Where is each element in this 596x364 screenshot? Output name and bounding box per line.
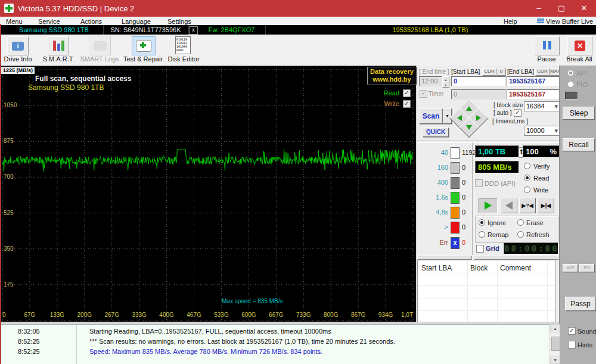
svg-text:934G: 934G (378, 312, 393, 318)
bin-400-label: 400 (416, 179, 448, 186)
left-arrow-icon (457, 115, 462, 121)
speed-display: 805 MB/s (475, 161, 519, 173)
read-checkbox[interactable] (403, 89, 411, 97)
info-bubble-icon: i (12, 42, 24, 51)
end-lba-cur-button[interactable]: CUR (535, 68, 550, 76)
bin-1-6s-block (451, 192, 460, 204)
defect-table[interactable]: Start LBA Block Comment (417, 260, 556, 323)
end-time-spinner[interactable]: 12:00 (419, 76, 445, 86)
bin-1-6s-label: 1,6s (416, 194, 448, 201)
bin-err-count: 0 (462, 239, 465, 246)
hints-label: Hints (578, 341, 592, 349)
svg-text:1050: 1050 (4, 102, 17, 108)
seek-error-button[interactable]: ▶?◀ (519, 198, 536, 213)
menu-item-view-buffer-live[interactable]: View Buffer Live (546, 18, 593, 25)
sleep-button[interactable]: Sleep (563, 107, 595, 120)
write-label: Write (533, 186, 548, 194)
start-lba-input[interactable]: 0 (451, 76, 506, 86)
svg-text:133G: 133G (50, 312, 65, 318)
hints-checkbox[interactable] (568, 341, 576, 349)
end-lba-label: [End LBA] (507, 69, 534, 75)
api-label: API (576, 70, 587, 77)
separator-bar-left (417, 256, 472, 260)
back-button[interactable] (501, 198, 517, 213)
grid-checkbox[interactable] (476, 245, 484, 253)
drive-info-button[interactable]: i (7, 36, 29, 55)
step-button[interactable]: ▶|◀ (538, 198, 554, 213)
play-button[interactable] (479, 198, 498, 213)
verify-label: Verify (533, 163, 550, 170)
scroll-down-icon[interactable]: ▼ (550, 356, 560, 364)
test-tubes-icon (52, 41, 65, 51)
auto-checkbox[interactable] (514, 109, 522, 117)
play-icon (485, 201, 492, 210)
log-scrollbar[interactable]: ▲ ▼ (550, 324, 560, 364)
erase-radio[interactable] (517, 219, 524, 226)
log-text-1: Starting Reading, LBA=0..1953525167, FUL… (89, 328, 331, 335)
ignore-radio[interactable] (479, 219, 485, 226)
menu-item-settings[interactable]: Settings (167, 18, 191, 25)
bin-160-label: 160 (416, 164, 448, 171)
smart-button[interactable] (48, 36, 69, 55)
scan-button[interactable]: Scan (419, 108, 443, 124)
end-lba-input[interactable]: 1953525167 (507, 76, 561, 86)
scroll-up-icon[interactable]: ▲ (550, 324, 560, 332)
break-all-button[interactable]: ✕ (567, 36, 592, 55)
title-bar: Victoria 5.37 HDD/SSD | Device 2 – ▢ ✕ (0, 0, 596, 17)
end-time-label: [ End time ] (419, 69, 449, 75)
device-tab-serial: SN: S649NL1T773596K (103, 25, 189, 35)
device-tab-close-icon[interactable]: x (189, 26, 198, 35)
menu-item-service[interactable]: Service (38, 18, 60, 25)
pause-button[interactable] (535, 36, 560, 55)
start-lba-cur-button[interactable]: CUR (482, 68, 496, 76)
passp-button[interactable]: Passp (565, 297, 596, 311)
bins-divider (472, 143, 474, 255)
svg-text:175: 175 (4, 281, 14, 288)
spin-down-icon[interactable]: ▼ (442, 82, 449, 88)
start-lba-zero-button[interactable]: 0 (496, 68, 506, 76)
col-comment[interactable]: Comment (500, 264, 531, 272)
remap-label: Remap (488, 231, 508, 238)
device-tab-firmware: Fw: 2B4QFXO7 (198, 25, 266, 35)
svg-text:733G: 733G (296, 312, 311, 318)
minimize-button[interactable]: – (527, 0, 550, 17)
svg-text:467G: 467G (187, 312, 201, 318)
log-text-2: *** Scan results: no warnings, no errors… (89, 338, 395, 345)
bin-160-count: 0 (462, 164, 465, 171)
timer-checkbox (420, 90, 427, 98)
remap-radio[interactable] (479, 231, 485, 238)
menu-item-actions[interactable]: Actions (80, 18, 102, 25)
quick-button[interactable]: QUICK (423, 127, 449, 137)
col-block[interactable]: Block (470, 264, 488, 272)
bin-over-label: > (416, 223, 448, 231)
timeout-select[interactable]: 10000 (524, 126, 560, 136)
disk-editor-label: Disk Editor (167, 55, 200, 63)
svg-text:875: 875 (4, 138, 14, 144)
close-button[interactable]: ✕ (573, 0, 595, 17)
disk-editor-button[interactable]: 010110 110011 101000 0001 (175, 36, 191, 54)
scroll-thumb[interactable] (551, 337, 560, 351)
sound-checkbox[interactable] (568, 327, 576, 335)
bin-160-block (451, 162, 460, 174)
verify-radio[interactable] (524, 163, 530, 169)
graph-title: Full scan, sequential access (35, 74, 131, 83)
device-tab-model[interactable]: Samsung SSD 980 1TB (5, 25, 104, 35)
start-lba-label: [Start LBA] (451, 69, 480, 75)
sound-label: Sound (578, 328, 596, 335)
write-radio[interactable] (524, 186, 530, 193)
col-start-lba[interactable]: Start LBA (421, 264, 452, 272)
menu-item-help[interactable]: Help (504, 18, 517, 25)
back-icon (505, 201, 513, 210)
test-repair-button[interactable] (132, 36, 156, 55)
view-buffer-icon (537, 18, 544, 24)
block-size-select[interactable]: 16384 (524, 101, 560, 111)
refresh-radio[interactable] (517, 231, 524, 238)
read-radio[interactable] (524, 175, 530, 181)
write-checkbox[interactable] (403, 100, 411, 108)
menu-item-menu[interactable]: Menu (6, 18, 23, 25)
menu-item-language[interactable]: Language (122, 18, 151, 25)
log-column-divider (76, 325, 77, 364)
log-time-1: 8:32:05 (18, 328, 40, 335)
recall-button[interactable]: Recall (563, 138, 595, 151)
maximize-button[interactable]: ▢ (550, 0, 573, 17)
